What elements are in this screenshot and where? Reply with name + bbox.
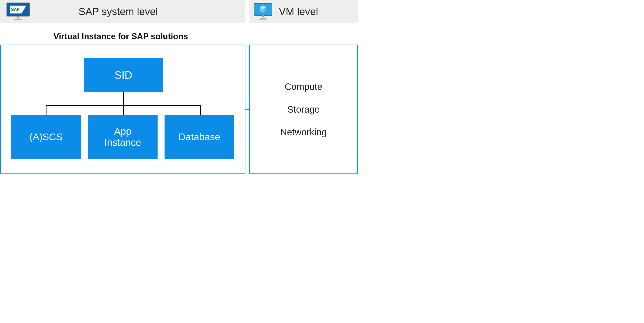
database-label: Database [178, 131, 220, 143]
virtual-instance-box: SID (A)SCS AppInstance Database [0, 44, 246, 174]
monitor-stand-icon [257, 15, 269, 20]
sap-monitor-icon: SAP [6, 2, 30, 21]
subtitle: Virtual Instance for SAP solutions [54, 31, 358, 41]
sid-box: SID [84, 58, 163, 92]
sap-logo-icon: SAP [10, 5, 26, 13]
monitor-stand-icon [12, 16, 24, 21]
vm-storage: Storage [259, 98, 348, 121]
vm-monitor-icon [254, 3, 272, 20]
connector-line [123, 92, 124, 106]
header-title-right: VM level [279, 6, 318, 17]
vm-screen [254, 3, 272, 16]
header-title-left: SAP system level [78, 6, 158, 17]
connector-line [123, 105, 124, 115]
database-box: Database [164, 115, 234, 159]
link-connector [245, 109, 250, 110]
app-instance-label: AppInstance [104, 126, 141, 148]
app-instance-box: AppInstance [88, 115, 158, 159]
svg-rect-1 [17, 16, 19, 18]
cube-icon [258, 4, 268, 15]
header-sap-system: SAP SAP system level [0, 0, 246, 23]
header-row: SAP SAP system level [0, 0, 358, 23]
connector-line [200, 105, 201, 115]
connector-line [46, 105, 46, 115]
vm-networking: Networking [259, 121, 348, 143]
svg-rect-2 [262, 15, 264, 17]
child-row: (A)SCS AppInstance Database [11, 115, 234, 159]
vm-compute: Compute [259, 75, 348, 98]
ascs-box: (A)SCS [11, 115, 81, 159]
sap-screen: SAP [6, 2, 30, 16]
vm-level-box: Compute Storage Networking [249, 44, 358, 174]
body-row: SID (A)SCS AppInstance Database Compute … [0, 44, 358, 174]
svg-text:SAP: SAP [11, 7, 20, 12]
header-vm-level: VM level [249, 0, 358, 23]
ascs-label: (A)SCS [30, 131, 62, 143]
